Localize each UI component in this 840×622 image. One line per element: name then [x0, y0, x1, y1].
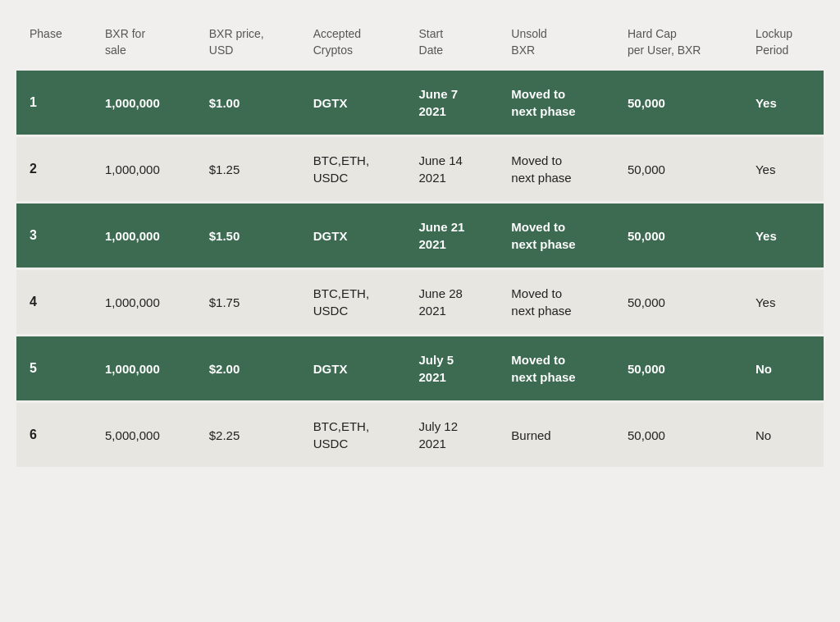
- table-container: Phase BXR forsale BXR price,USD Accepted…: [16, 16, 824, 469]
- cell-bxr-for-sale: 1,000,000: [92, 136, 196, 203]
- cell-lockup-period: Yes: [742, 269, 824, 336]
- cell-hard-cap: 50,000: [614, 70, 742, 136]
- cell-unsold-bxr: Moved tonext phase: [498, 203, 614, 269]
- cell-accepted-cryptos: DGTX: [300, 336, 406, 402]
- table-header-row: Phase BXR forsale BXR price,USD Accepted…: [16, 16, 824, 70]
- cell-accepted-cryptos: DGTX: [300, 70, 406, 136]
- cell-lockup-period: Yes: [742, 136, 824, 203]
- cell-bxr-for-sale: 1,000,000: [92, 70, 196, 136]
- cell-lockup-period: No: [742, 336, 824, 402]
- cell-start-date: June 72021: [406, 70, 499, 136]
- cell-unsold-bxr: Moved tonext phase: [498, 136, 614, 203]
- phases-table: Phase BXR forsale BXR price,USD Accepted…: [16, 16, 824, 469]
- table-row: 41,000,000$1.75BTC,ETH,USDCJune 282021Mo…: [16, 269, 824, 336]
- cell-phase: 2: [16, 136, 92, 203]
- table-row: 31,000,000$1.50DGTXJune 212021Moved tone…: [16, 203, 824, 269]
- cell-phase: 4: [16, 269, 92, 336]
- cell-unsold-bxr: Moved tonext phase: [498, 269, 614, 336]
- cell-bxr-for-sale: 5,000,000: [92, 402, 196, 469]
- table-row: 21,000,000$1.25BTC,ETH,USDCJune 142021Mo…: [16, 136, 824, 203]
- cell-hard-cap: 50,000: [614, 336, 742, 402]
- cell-accepted-cryptos: BTC,ETH,USDC: [300, 402, 406, 469]
- cell-phase: 1: [16, 70, 92, 136]
- cell-lockup-period: No: [742, 402, 824, 469]
- cell-start-date: July 122021: [406, 402, 499, 469]
- cell-accepted-cryptos: BTC,ETH,USDC: [300, 136, 406, 203]
- cell-hard-cap: 50,000: [614, 402, 742, 469]
- table-row: 65,000,000$2.25BTC,ETH,USDCJuly 122021Bu…: [16, 402, 824, 469]
- header-hard-cap: Hard Capper User, BXR: [614, 16, 742, 70]
- cell-start-date: July 52021: [406, 336, 499, 402]
- cell-phase: 3: [16, 203, 92, 269]
- header-bxr-price: BXR price,USD: [196, 16, 300, 70]
- cell-unsold-bxr: Moved tonext phase: [498, 336, 614, 402]
- table-row: 51,000,000$2.00DGTXJuly 52021Moved tonex…: [16, 336, 824, 402]
- header-start-date: StartDate: [406, 16, 499, 70]
- header-bxr-for-sale: BXR forsale: [92, 16, 196, 70]
- cell-bxr-price: $1.00: [196, 70, 300, 136]
- cell-bxr-for-sale: 1,000,000: [92, 336, 196, 402]
- cell-bxr-for-sale: 1,000,000: [92, 203, 196, 269]
- cell-lockup-period: Yes: [742, 70, 824, 136]
- cell-bxr-price: $1.50: [196, 203, 300, 269]
- cell-hard-cap: 50,000: [614, 203, 742, 269]
- table-row: 11,000,000$1.00DGTXJune 72021Moved tonex…: [16, 70, 824, 136]
- cell-bxr-price: $2.00: [196, 336, 300, 402]
- header-accepted-cryptos: AcceptedCryptos: [300, 16, 406, 70]
- header-phase: Phase: [16, 16, 92, 70]
- cell-unsold-bxr: Moved tonext phase: [498, 70, 614, 136]
- cell-accepted-cryptos: DGTX: [300, 203, 406, 269]
- cell-phase: 5: [16, 336, 92, 402]
- cell-phase: 6: [16, 402, 92, 469]
- cell-start-date: June 212021: [406, 203, 499, 269]
- cell-bxr-for-sale: 1,000,000: [92, 269, 196, 336]
- cell-bxr-price: $1.75: [196, 269, 300, 336]
- cell-unsold-bxr: Burned: [498, 402, 614, 469]
- cell-hard-cap: 50,000: [614, 269, 742, 336]
- cell-bxr-price: $1.25: [196, 136, 300, 203]
- cell-bxr-price: $2.25: [196, 402, 300, 469]
- cell-lockup-period: Yes: [742, 203, 824, 269]
- header-lockup-period: LockupPeriod: [742, 16, 824, 70]
- cell-start-date: June 282021: [406, 269, 499, 336]
- cell-hard-cap: 50,000: [614, 136, 742, 203]
- header-unsold-bxr: UnsoldBXR: [498, 16, 614, 70]
- cell-start-date: June 142021: [406, 136, 499, 203]
- cell-accepted-cryptos: BTC,ETH,USDC: [300, 269, 406, 336]
